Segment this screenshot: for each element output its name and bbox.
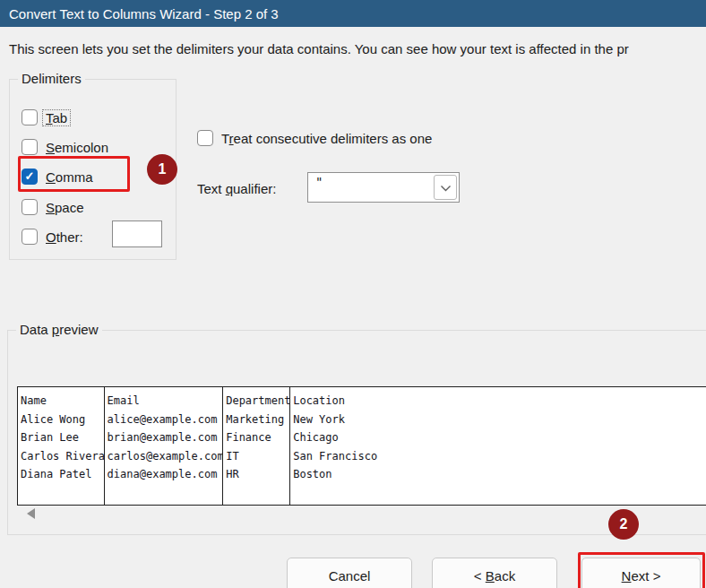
text-qualifier-select[interactable]: " [307, 172, 460, 203]
preview-column: LocationNew YorkChicagoSan FranciscoBost… [290, 387, 706, 505]
preview-cell: HR [226, 465, 289, 484]
preview-cell: Location [293, 392, 706, 411]
annotation-badge-1: 1 [147, 154, 177, 185]
checkbox-space[interactable] [22, 199, 38, 215]
delimiters-group-label: Delimiters [18, 71, 85, 87]
dialog-description: This screen lets you set the delimiters … [9, 41, 706, 56]
preview-cell: Brian Lee [21, 428, 104, 447]
delimiter-row-space: Space [22, 197, 84, 217]
checkbox-label-other: Other: [46, 229, 83, 245]
preview-cell: Boston [293, 465, 706, 484]
delimiter-row-semicolon: Semicolon [22, 137, 108, 157]
data-preview-table: NameAlice WongBrian LeeCarlos RiveraDian… [17, 386, 706, 506]
cancel-button[interactable]: Cancel [287, 558, 412, 588]
treat-consecutive-row: Treat consecutive delimiters as one [197, 128, 432, 148]
annotation-highlight-next [578, 552, 705, 588]
preview-cell: Marketing [226, 411, 289, 429]
scroll-left-arrow[interactable] [27, 508, 35, 519]
text-qualifier-label: Text qualifier: [197, 181, 276, 196]
annotation-highlight-comma [18, 156, 130, 192]
preview-cell: Diana Patel [21, 465, 104, 484]
preview-cell: diana@example.com [108, 465, 223, 484]
back-button[interactable]: < Back [432, 558, 557, 588]
preview-cell: Email [108, 392, 223, 411]
preview-cell: San Francisco [293, 447, 706, 466]
preview-cell: Alice Wong [21, 411, 104, 429]
text-to-columns-wizard-dialog: Convert Text to Columns Wizard - Step 2 … [0, 0, 706, 588]
preview-cell: Chicago [293, 428, 706, 447]
text-qualifier-dropdown-button[interactable] [434, 175, 457, 200]
checkbox-tab[interactable] [22, 109, 38, 125]
preview-column: DepartmentMarketingFinanceITHR [223, 387, 290, 505]
annotation-badge-2: 2 [608, 509, 639, 540]
checkbox-label-tab: Tab [42, 109, 71, 126]
checkbox-other[interactable] [22, 229, 38, 245]
preview-cell: carlos@example.com [108, 447, 223, 466]
delimiter-row-tab: Tab [22, 108, 71, 127]
checkbox-treat-consecutive[interactable] [197, 130, 213, 146]
preview-cell: Name [21, 392, 104, 411]
preview-cell: Department [226, 392, 289, 411]
preview-column: Emailalice@example.combrian@example.comc… [105, 387, 224, 505]
preview-cell: brian@example.com [108, 428, 223, 447]
data-preview-group-label: Data preview [16, 322, 102, 338]
preview-cell: Finance [226, 428, 289, 447]
title-bar: Convert Text to Columns Wizard - Step 2 … [0, 0, 706, 27]
preview-cell: alice@example.com [108, 411, 223, 429]
checkbox-label-semicolon: Semicolon [46, 140, 108, 155]
chevron-down-icon [440, 179, 452, 195]
preview-cell: Carlos Rivera [21, 447, 104, 466]
preview-cell: New York [293, 411, 706, 429]
checkbox-semicolon[interactable] [22, 139, 38, 155]
treat-consecutive-label: Treat consecutive delimiters as one [221, 131, 432, 146]
preview-column: NameAlice WongBrian LeeCarlos RiveraDian… [18, 387, 105, 505]
delimiter-row-other: Other: [22, 227, 83, 246]
text-qualifier-value: " [315, 175, 323, 189]
other-delimiter-input[interactable] [112, 220, 162, 247]
checkbox-label-space: Space [46, 200, 84, 215]
preview-cell: IT [226, 447, 289, 466]
dialog-title: Convert Text to Columns Wizard - Step 2 … [9, 6, 279, 22]
data-preview-groupbox: Data preview NameAlice WongBrian LeeCarl… [7, 330, 706, 535]
